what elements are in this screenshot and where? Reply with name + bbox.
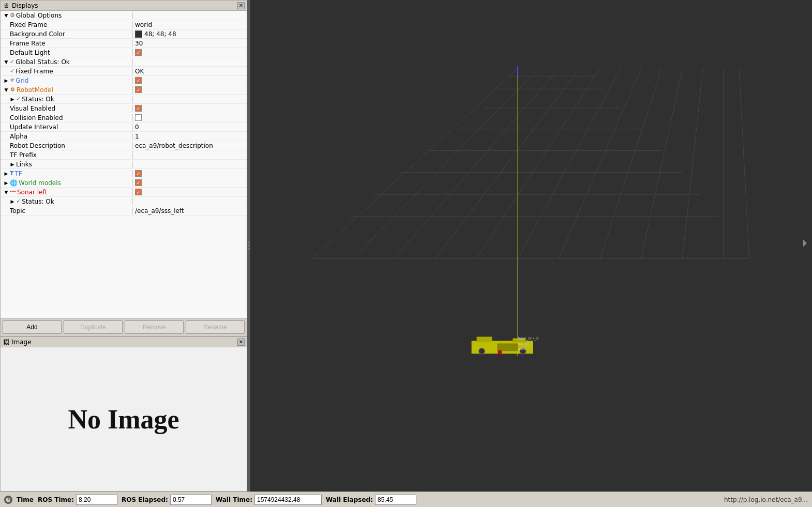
tree-row[interactable]: ▶ Links	[1, 160, 247, 169]
fixed-frame-status-label: Fixed Frame	[16, 68, 53, 75]
color-swatch[interactable]	[135, 30, 142, 38]
tree-row[interactable]: Fixed Frame world	[1, 20, 247, 29]
wall-time-input[interactable]	[254, 495, 322, 505]
duplicate-button[interactable]: Duplicate	[64, 320, 123, 334]
image-content: No Image	[1, 347, 247, 491]
robot-model-label: RobotModel	[17, 86, 53, 94]
expand-arrow[interactable]: ▶	[10, 97, 15, 102]
visual-enabled-checkbox[interactable]: ✓	[135, 105, 142, 112]
expand-arrow[interactable]: ▼	[4, 190, 9, 195]
default-light-checkbox[interactable]: ✓	[135, 49, 142, 56]
tree-row[interactable]: ▼ ✓ Global Status: Ok	[1, 57, 247, 67]
image-title: Image	[12, 339, 32, 346]
status-right: http://p.log.io.net/eca_a9...	[724, 496, 808, 503]
collision-enabled-checkbox[interactable]	[135, 114, 142, 121]
empty-space	[1, 216, 247, 247]
tree-row[interactable]: ✓ Fixed Frame OK	[1, 67, 247, 76]
grid-checkbox[interactable]: ✓	[135, 77, 142, 84]
displays-close-button[interactable]: ✕	[237, 2, 245, 9]
robot-description-label: Robot Description	[10, 142, 65, 149]
remove-button[interactable]: Remove	[125, 320, 184, 334]
expand-arrow[interactable]: ▼	[4, 87, 9, 93]
ros-elapsed-input[interactable]	[170, 495, 212, 505]
svg-text:eca_a9...: eca_a9...	[518, 342, 532, 346]
robot-model-checkbox[interactable]: ✓	[135, 86, 142, 93]
tree-row[interactable]: Update Interval 0	[1, 122, 247, 132]
background-color-value: 48; 48; 48	[144, 30, 176, 38]
tf-icon: T	[10, 170, 14, 177]
ros-elapsed-label: ROS Elapsed:	[122, 496, 168, 503]
wall-elapsed-input[interactable]	[375, 495, 416, 505]
topic-value: /eca_a9/sss_left	[135, 207, 184, 214]
tree-row[interactable]: Collision Enabled	[1, 113, 247, 122]
tree-row[interactable]: ▶ ✓ Status: Ok	[1, 197, 247, 206]
ros-elapsed-section: ROS Elapsed:	[122, 495, 212, 505]
global-options-label: Global Options	[16, 12, 62, 19]
sonar-checkbox[interactable]: ✓	[135, 189, 142, 195]
update-interval-label: Update Interval	[10, 124, 58, 131]
collision-enabled-label: Collision Enabled	[10, 114, 63, 121]
3d-grid-canvas: base_link_0 eca_a9... world	[250, 0, 812, 491]
svg-text:world: world	[518, 347, 527, 350]
fixed-frame-status-check: ✓	[10, 68, 14, 74]
tree-row[interactable]: ▶ ✓ Status: Ok	[1, 95, 247, 104]
tree-row[interactable]: Alpha 1	[1, 132, 247, 141]
frame-rate-label: Frame Rate	[10, 40, 46, 47]
svg-point-30	[479, 348, 485, 354]
tree-row[interactable]: ▶ T TF ✓	[1, 169, 247, 178]
fixed-frame-status-value: OK	[135, 68, 144, 75]
fixed-frame-label: Fixed Frame	[10, 21, 47, 28]
sonar-icon: 〜	[10, 188, 16, 196]
tree-row[interactable]: Visual Enabled ✓	[1, 104, 247, 113]
image-titlebar: 🖼 Image ✕	[1, 337, 247, 347]
tree-row[interactable]: Robot Description eca_a9/robot_descripti…	[1, 141, 247, 150]
displays-panel: 🖥 Displays ✕ ▼ ⚙ Global Options	[0, 0, 247, 336]
expand-arrow[interactable]: ▶	[4, 171, 9, 176]
tree-row[interactable]: ▶ 🌐 World models ✓	[1, 178, 247, 188]
tree-row[interactable]: Topic /eca_a9/sss_left	[1, 206, 247, 216]
world-models-checkbox[interactable]: ✓	[135, 179, 142, 186]
displays-tree[interactable]: ▼ ⚙ Global Options Fixed Frame world	[1, 11, 247, 318]
expand-arrow[interactable]: ▼	[4, 59, 9, 65]
tf-checkbox[interactable]: ✓	[135, 170, 142, 177]
wall-elapsed-section: Wall Elapsed:	[326, 495, 416, 505]
image-panel: 🖼 Image ✕ No Image	[0, 336, 247, 491]
expand-arrow[interactable]: ▶	[10, 199, 15, 204]
svg-rect-29	[497, 343, 518, 351]
tree-row[interactable]: ▼ 〜 Sonar left ✓	[1, 188, 247, 197]
links-label: Links	[16, 161, 32, 168]
time-icon	[4, 496, 12, 504]
expand-arrow[interactable]: ▶	[10, 162, 15, 167]
3d-view[interactable]: base_link_0 eca_a9... world	[250, 0, 812, 491]
image-icon: 🖼	[3, 339, 10, 346]
expand-arrow[interactable]: ▶	[4, 180, 9, 186]
global-status-label: Global Status: Ok	[16, 58, 70, 66]
image-close-button[interactable]: ✕	[237, 339, 245, 346]
tree-row[interactable]: Frame Rate 30	[1, 39, 247, 48]
expand-arrow[interactable]: ▼	[4, 13, 9, 18]
update-interval-value: 0	[135, 124, 139, 131]
tree-row[interactable]: ▶ # Grid ✓	[1, 76, 247, 85]
left-panel: 🖥 Displays ✕ ▼ ⚙ Global Options	[0, 0, 247, 491]
expand-arrow[interactable]: ▶	[4, 78, 9, 83]
tree-row[interactable]: Background Color 48; 48; 48	[1, 29, 247, 39]
tree-row[interactable]: ▼ ⚙ Global Options	[1, 11, 247, 20]
robot-description-value: eca_a9/robot_description	[135, 142, 213, 149]
status-checkmark: ✓	[10, 58, 14, 65]
ros-time-input[interactable]	[76, 495, 117, 505]
time-label: Time	[17, 496, 34, 503]
alpha-label: Alpha	[10, 133, 27, 140]
status-bar: Time ROS Time: ROS Elapsed: Wall Time: W…	[0, 491, 812, 507]
displays-icon: 🖥	[3, 2, 10, 9]
main-container: 🖥 Displays ✕ ▼ ⚙ Global Options	[0, 0, 812, 507]
topic-label: Topic	[10, 207, 25, 214]
tree-row[interactable]: ▼ ⛭ RobotModel ✓	[1, 85, 247, 95]
background-color-label: Background Color	[10, 30, 65, 38]
tree-row[interactable]: Default Light ✓	[1, 48, 247, 57]
rename-button[interactable]: Rename	[186, 320, 245, 334]
tree-row[interactable]: TF Prefix	[1, 150, 247, 160]
buttons-row: Add Duplicate Remove Rename	[1, 318, 247, 336]
tf-prefix-label: TF Prefix	[10, 151, 37, 159]
svg-rect-27	[477, 337, 492, 342]
add-button[interactable]: Add	[3, 320, 62, 334]
